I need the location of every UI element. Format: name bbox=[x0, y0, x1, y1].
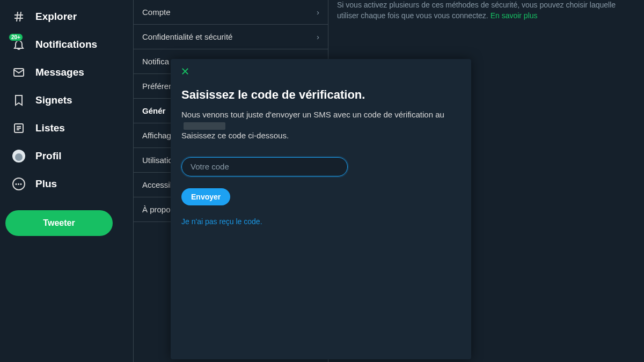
settings-label: Notifica bbox=[142, 57, 169, 66]
settings-label: Préféren bbox=[142, 82, 173, 91]
settings-label: Génér bbox=[142, 106, 165, 115]
settings-item-privacy[interactable]: Confidentialité et sécurité › bbox=[134, 25, 328, 49]
nav-messages[interactable]: Messages bbox=[5, 60, 128, 85]
modal-title: Saisissez le code de vérification. bbox=[181, 88, 460, 102]
modal-description: Nous venons tout juste d'envoyer un SMS … bbox=[181, 109, 460, 141]
notification-badge: 20+ bbox=[9, 33, 23, 41]
chevron-right-icon: › bbox=[317, 32, 319, 41]
send-button[interactable]: Envoyer bbox=[181, 188, 230, 205]
modal-desc-line2: Saisissez ce code ci-dessous. bbox=[181, 131, 289, 140]
nav-profile[interactable]: Profil bbox=[5, 144, 128, 168]
settings-label: Utilisatio bbox=[142, 156, 173, 165]
learn-more-link[interactable]: En savoir plus bbox=[491, 11, 538, 20]
modal-body: Saisissez le code de vérification. Nous … bbox=[171, 86, 471, 237]
settings-label: Compte bbox=[142, 8, 171, 17]
close-icon bbox=[180, 67, 190, 78]
info-text: Si vous activez plusieurs de ces méthode… bbox=[337, 0, 635, 21]
avatar-icon bbox=[12, 149, 26, 163]
nav-label: Explorer bbox=[35, 11, 77, 23]
redacted-phone bbox=[184, 122, 225, 130]
bell-icon: 20+ bbox=[12, 38, 26, 51]
nav-bookmarks[interactable]: Signets bbox=[5, 88, 128, 113]
modal-header bbox=[171, 59, 471, 86]
settings-label: Affichag bbox=[142, 131, 171, 140]
close-button[interactable] bbox=[179, 67, 191, 78]
settings-label: Confidentialité et sécurité bbox=[142, 32, 232, 41]
chevron-right-icon: › bbox=[317, 8, 319, 17]
sidebar: Explorer 20+ Notifications Messages Sign… bbox=[0, 0, 133, 362]
nav-label: Notifications bbox=[35, 39, 97, 50]
settings-label: À propo bbox=[142, 205, 171, 214]
list-icon bbox=[12, 121, 26, 135]
nav-notifications[interactable]: 20+ Notifications bbox=[5, 32, 128, 57]
bookmark-icon bbox=[12, 93, 26, 107]
resend-code-link[interactable]: Je n'ai pas reçu le code. bbox=[181, 217, 460, 226]
tweet-button[interactable]: Tweeter bbox=[5, 210, 113, 236]
modal-desc-line1: Nous venons tout juste d'envoyer un SMS … bbox=[181, 110, 444, 119]
nav-label: Signets bbox=[35, 94, 72, 106]
settings-item-account[interactable]: Compte › bbox=[134, 0, 328, 25]
verification-modal: Saisissez le code de vérification. Nous … bbox=[171, 59, 471, 359]
verification-code-input[interactable] bbox=[181, 157, 348, 176]
more-icon: ••• bbox=[12, 177, 26, 191]
nav-explore[interactable]: Explorer bbox=[5, 4, 128, 29]
envelope-icon bbox=[12, 65, 26, 79]
nav-label: Messages bbox=[35, 67, 84, 78]
nav-label: Plus bbox=[35, 178, 57, 190]
hash-icon bbox=[12, 10, 26, 24]
info-prefix: Si vous activez plusieurs de ces méthode… bbox=[337, 1, 616, 20]
nav-label: Profil bbox=[35, 150, 62, 162]
nav-label: Listes bbox=[35, 122, 65, 134]
nav-lists[interactable]: Listes bbox=[5, 116, 128, 141]
nav-more[interactable]: ••• Plus bbox=[5, 172, 128, 196]
